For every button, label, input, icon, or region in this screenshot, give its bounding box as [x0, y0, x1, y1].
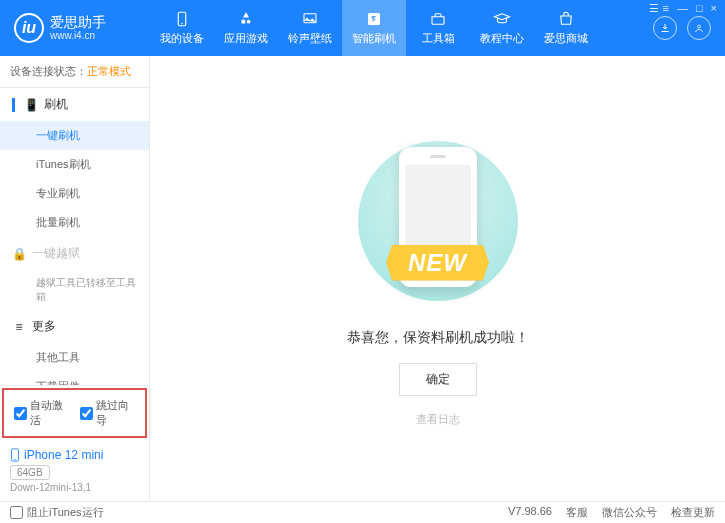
menu-head-flash[interactable]: 📱 刷机 [0, 88, 149, 121]
nav-apps-games[interactable]: 应用游戏 [214, 0, 278, 56]
menu-item-download-firmware[interactable]: 下载固件 [0, 372, 149, 385]
wallpaper-icon [301, 10, 319, 28]
menu-item-itunes-flash[interactable]: iTunes刷机 [0, 150, 149, 179]
menu-item-pro-flash[interactable]: 专业刷机 [0, 179, 149, 208]
device-info: Down-12mini-13,1 [10, 482, 139, 493]
menu-group-flash: 📱 刷机 一键刷机 iTunes刷机 专业刷机 批量刷机 [0, 88, 149, 237]
menu-item-one-key-flash[interactable]: 一键刷机 [0, 121, 149, 150]
flash-icon [365, 10, 383, 28]
header-actions [653, 16, 725, 40]
success-illustration: NEW [328, 131, 548, 311]
app-body: 设备连接状态：正常模式 📱 刷机 一键刷机 iTunes刷机 专业刷机 批量刷机… [0, 56, 725, 501]
menu-head-jailbreak[interactable]: 🔒 一键越狱 [0, 237, 149, 270]
block-itunes-check[interactable]: 阻止iTunes运行 [10, 505, 104, 520]
user-button[interactable] [687, 16, 711, 40]
nav-store[interactable]: 爱思商城 [534, 0, 598, 56]
status-bar-footer: 阻止iTunes运行 V7.98.66 客服 微信公众号 检查更新 [0, 501, 725, 523]
menu-group-more: ≡ 更多 其他工具 下载固件 高级功能 [0, 310, 149, 385]
wechat-link[interactable]: 微信公众号 [602, 505, 657, 520]
app-url: www.i4.cn [50, 30, 106, 42]
sidebar: 设备连接状态：正常模式 📱 刷机 一键刷机 iTunes刷机 专业刷机 批量刷机… [0, 56, 150, 501]
new-banner: NEW [386, 245, 489, 281]
app-name: 爱思助手 [50, 14, 106, 31]
device-storage: 64GB [10, 465, 50, 480]
maximize-icon[interactable]: □ [696, 2, 703, 15]
logo-icon: iu [14, 13, 44, 43]
more-icon: ≡ [12, 320, 26, 334]
connected-device[interactable]: iPhone 12 mini 64GB Down-12mini-13,1 [0, 440, 149, 501]
main-content: NEW 恭喜您，保资料刷机成功啦！ 确定 查看日志 [150, 56, 725, 501]
minimize-icon[interactable]: — [677, 2, 688, 15]
app-header: ☰ ≡ — □ × iu 爱思助手 www.i4.cn 我的设备 应用游戏 铃声… [0, 0, 725, 56]
phone-small-icon [10, 448, 20, 462]
connection-status: 设备连接状态：正常模式 [0, 56, 149, 88]
check-skip-guide[interactable]: 跳过向导 [80, 398, 136, 428]
nav-tutorials[interactable]: 教程中心 [470, 0, 534, 56]
customer-service-link[interactable]: 客服 [566, 505, 588, 520]
menu-head-more[interactable]: ≡ 更多 [0, 310, 149, 343]
success-message: 恭喜您，保资料刷机成功啦！ [347, 329, 529, 347]
jailbreak-note: 越狱工具已转移至工具箱 [0, 270, 149, 310]
menu-item-other-tools[interactable]: 其他工具 [0, 343, 149, 372]
device-icon [173, 10, 191, 28]
options-highlight: 自动激活 跳过向导 [2, 388, 147, 438]
phone-icon: 📱 [24, 98, 38, 112]
tutorial-icon [493, 10, 511, 28]
device-name: iPhone 12 mini [10, 448, 139, 462]
store-icon [557, 10, 575, 28]
window-controls: ☰ ≡ — □ × [649, 0, 725, 15]
download-button[interactable] [653, 16, 677, 40]
nav-smart-flash[interactable]: 智能刷机 [342, 0, 406, 56]
sidebar-menu: 📱 刷机 一键刷机 iTunes刷机 专业刷机 批量刷机 🔒 一键越狱 越狱工具… [0, 88, 149, 385]
version-label: V7.98.66 [508, 505, 552, 520]
top-nav: 我的设备 应用游戏 铃声壁纸 智能刷机 工具箱 教程中心 爱思商城 [150, 0, 653, 56]
svg-point-6 [14, 459, 15, 460]
menu-group-jailbreak: 🔒 一键越狱 越狱工具已转移至工具箱 [0, 237, 149, 310]
lock-icon: 🔒 [12, 247, 26, 261]
menu-item-batch-flash[interactable]: 批量刷机 [0, 208, 149, 237]
apps-icon [237, 10, 255, 28]
sidebar-bottom: 自动激活 跳过向导 iPhone 12 mini 64GB Down-12min… [0, 385, 149, 501]
view-log-link[interactable]: 查看日志 [416, 412, 460, 427]
check-auto-activate[interactable]: 自动激活 [14, 398, 70, 428]
close-icon[interactable]: × [711, 2, 717, 15]
svg-point-4 [698, 25, 701, 28]
svg-point-1 [181, 23, 183, 25]
confirm-button[interactable]: 确定 [399, 363, 477, 396]
nav-toolbox[interactable]: 工具箱 [406, 0, 470, 56]
nav-ringtone-wallpaper[interactable]: 铃声壁纸 [278, 0, 342, 56]
logo: iu 爱思助手 www.i4.cn [0, 13, 150, 43]
toolbox-icon [429, 10, 447, 28]
menu-icon[interactable]: ☰ ≡ [649, 2, 668, 15]
check-update-link[interactable]: 检查更新 [671, 505, 715, 520]
nav-my-device[interactable]: 我的设备 [150, 0, 214, 56]
